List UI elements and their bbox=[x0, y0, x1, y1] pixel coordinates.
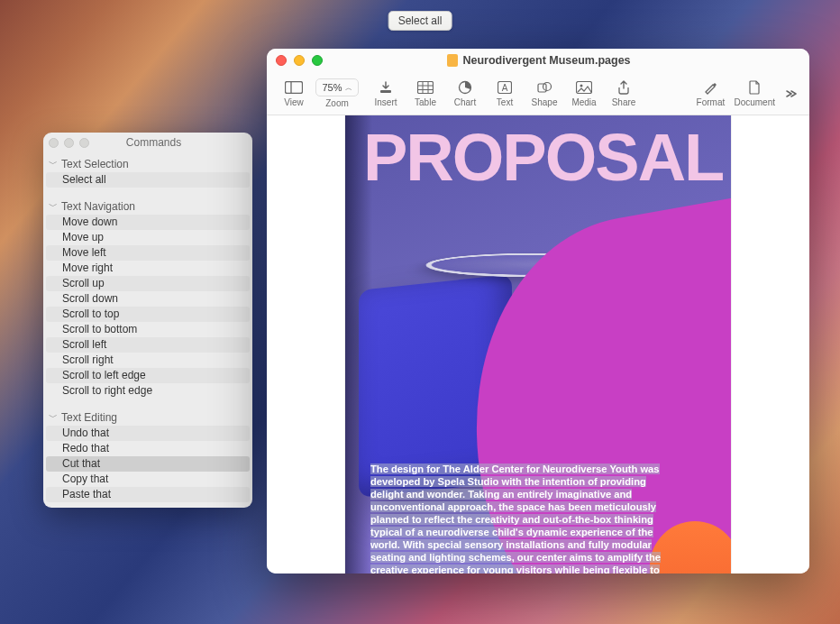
body-paragraph[interactable]: The design for The Alder Center for Neur… bbox=[370, 463, 668, 574]
document-label: Document bbox=[734, 97, 775, 107]
chevron-down-icon: ︿ bbox=[345, 83, 352, 93]
document-title: Neurodivergent Museum.pages bbox=[278, 54, 800, 67]
shape-label: Shape bbox=[532, 97, 558, 107]
shape-icon bbox=[537, 79, 552, 96]
svg-rect-3 bbox=[418, 82, 434, 94]
command-move-down[interactable]: Move down bbox=[46, 215, 250, 230]
command-move-up[interactable]: Move up bbox=[46, 230, 250, 245]
chevron-down-icon: ﹀ bbox=[49, 411, 58, 424]
document-button[interactable]: Document bbox=[730, 74, 779, 114]
table-icon bbox=[417, 79, 434, 96]
group-text-editing[interactable]: ﹀ Text Editing bbox=[43, 406, 252, 426]
chart-label: Chart bbox=[454, 97, 476, 107]
svg-point-14 bbox=[580, 85, 583, 87]
share-icon bbox=[617, 79, 630, 96]
document-canvas[interactable]: PROPOSAL The design for The Alder Center… bbox=[267, 115, 809, 574]
group-label: Text Selection bbox=[61, 158, 129, 170]
command-scroll-to-top[interactable]: Scroll to top bbox=[46, 307, 250, 322]
format-label: Format bbox=[697, 97, 726, 107]
chevron-down-icon: ﹀ bbox=[49, 200, 58, 213]
commands-window: Commands ﹀ Text Selection Select all ﹀ T… bbox=[43, 133, 252, 508]
command-scroll-down[interactable]: Scroll down bbox=[46, 291, 250, 307]
svg-text:A: A bbox=[502, 83, 508, 93]
svg-point-12 bbox=[543, 83, 552, 91]
pages-doc-icon bbox=[447, 54, 458, 67]
commands-titlebar: Commands bbox=[43, 133, 252, 152]
group-text-navigation[interactable]: ﹀ Text Navigation bbox=[43, 195, 252, 215]
command-copy-that[interactable]: Copy that bbox=[46, 472, 250, 487]
group-label: Text Navigation bbox=[61, 200, 135, 213]
document-page[interactable]: PROPOSAL The design for The Alder Center… bbox=[345, 115, 731, 574]
text-button[interactable]: A Text bbox=[485, 74, 525, 114]
command-scroll-to-right-edge[interactable]: Scroll to right edge bbox=[46, 383, 250, 399]
command-scroll-up[interactable]: Scroll up bbox=[46, 276, 250, 291]
zoom-value: 75% bbox=[322, 82, 342, 93]
voice-control-tooltip: Select all bbox=[388, 11, 452, 31]
close-button[interactable] bbox=[49, 138, 59, 148]
document-icon bbox=[749, 79, 761, 96]
insert-icon bbox=[379, 79, 393, 96]
svg-rect-11 bbox=[538, 84, 546, 92]
chart-icon bbox=[458, 79, 472, 96]
pages-titlebar: Neurodivergent Museum.pages bbox=[267, 49, 809, 72]
command-move-right[interactable]: Move right bbox=[46, 261, 250, 276]
share-button[interactable]: Share bbox=[604, 74, 644, 114]
command-move-left[interactable]: Move left bbox=[46, 245, 250, 261]
command-paste-that[interactable]: Paste that bbox=[46, 487, 250, 502]
format-button[interactable]: Format bbox=[690, 74, 730, 114]
group-text-selection[interactable]: ﹀ Text Selection bbox=[43, 152, 252, 172]
table-button[interactable]: Table bbox=[406, 74, 445, 114]
media-icon bbox=[576, 79, 592, 96]
command-scroll-to-bottom[interactable]: Scroll to bottom bbox=[46, 322, 250, 337]
command-redo-that[interactable]: Redo that bbox=[46, 441, 250, 456]
svg-rect-0 bbox=[286, 82, 303, 94]
commands-title: Commands bbox=[60, 136, 247, 149]
view-label: View bbox=[284, 97, 304, 107]
toolbar-overflow-button[interactable] bbox=[779, 87, 802, 100]
chevron-down-icon: ﹀ bbox=[49, 158, 58, 170]
share-label: Share bbox=[612, 97, 636, 107]
media-label: Media bbox=[571, 97, 596, 107]
table-label: Table bbox=[415, 97, 436, 107]
selected-text[interactable]: The design for The Alder Center for Neur… bbox=[370, 463, 661, 574]
sidebar-icon bbox=[285, 79, 303, 96]
text-icon: A bbox=[498, 79, 512, 96]
text-label: Text bbox=[497, 97, 513, 107]
zoom-label: Zoom bbox=[325, 98, 349, 108]
document-title-text: Neurodivergent Museum.pages bbox=[462, 54, 630, 67]
pages-window: Neurodivergent Museum.pages View 75% ︿ Z… bbox=[267, 49, 809, 574]
shape-button[interactable]: Shape bbox=[525, 74, 564, 114]
zoom-control[interactable]: 75% ︿ Zoom bbox=[314, 78, 361, 108]
pages-toolbar: View 75% ︿ Zoom Insert Table Chart bbox=[267, 72, 809, 115]
insert-button[interactable]: Insert bbox=[366, 74, 406, 114]
command-scroll-to-left-edge[interactable]: Scroll to left edge bbox=[46, 368, 250, 383]
media-button[interactable]: Media bbox=[564, 74, 604, 114]
group-label: Text Editing bbox=[61, 411, 117, 424]
command-scroll-right[interactable]: Scroll right bbox=[46, 353, 250, 368]
insert-label: Insert bbox=[374, 97, 397, 107]
chart-button[interactable]: Chart bbox=[445, 74, 485, 114]
heading-proposal[interactable]: PROPOSAL bbox=[363, 124, 723, 191]
command-undo-that[interactable]: Undo that bbox=[46, 426, 250, 441]
view-button[interactable]: View bbox=[274, 74, 314, 114]
format-icon bbox=[703, 79, 717, 96]
command-scroll-left[interactable]: Scroll left bbox=[46, 337, 250, 353]
command-cut-that[interactable]: Cut that bbox=[46, 456, 250, 472]
command-select-all[interactable]: Select all bbox=[46, 172, 250, 188]
svg-rect-2 bbox=[380, 90, 391, 93]
